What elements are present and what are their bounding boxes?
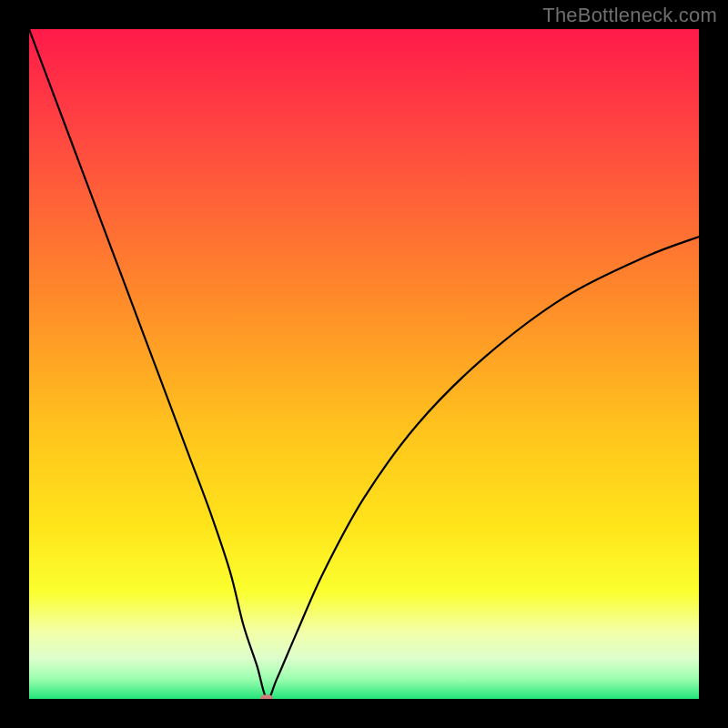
bottleneck-curve xyxy=(29,29,699,699)
watermark-text: TheBottleneck.com xyxy=(542,4,717,27)
plot-area xyxy=(29,29,699,699)
chart-frame: TheBottleneck.com xyxy=(0,0,728,728)
minimum-marker xyxy=(260,695,273,700)
